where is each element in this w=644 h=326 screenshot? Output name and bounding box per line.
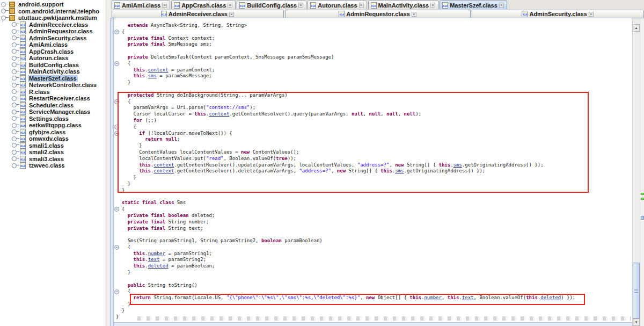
tree-expand-handle-icon[interactable] [12, 42, 17, 47]
close-icon[interactable]: ✕ [162, 3, 167, 8]
ruler-mark[interactable] [641, 198, 644, 200]
class-name: smali3.class [28, 156, 65, 162]
close-icon[interactable]: ✕ [228, 3, 232, 8]
tree-class-item[interactable]: 010 MainActivity.class [0, 68, 106, 75]
code-plain: , [442, 295, 448, 300]
close-icon[interactable]: ✕ [412, 12, 416, 17]
vertical-scrollbar[interactable]: ▲ ▼ [632, 18, 640, 326]
tree-expand-handle-icon[interactable] [12, 123, 17, 128]
tree-class-item[interactable]: 010 tzwvec.class [0, 162, 106, 169]
code-string: "read" [206, 156, 224, 161]
close-icon[interactable]: ✕ [298, 3, 303, 8]
tree-expand-handle-icon[interactable] [12, 49, 17, 54]
tree-expand-handle-icon[interactable] [12, 143, 17, 148]
editor-tab[interactable]: 010 AdminSecurity.class ✕ [472, 10, 644, 18]
tree-expand-handle-icon[interactable] [12, 116, 17, 121]
scroll-down-button[interactable]: ▼ [633, 318, 640, 326]
tree-class-item[interactable]: 010 AdminReceiver.class [0, 21, 106, 28]
tree-class-item[interactable]: 010 gfybjze.class [0, 129, 106, 136]
tree-expand-handle-icon[interactable] [12, 29, 17, 34]
tree-expand-handle-icon[interactable] [12, 35, 17, 40]
tree-class-item[interactable]: 010 AdminSecurity.class [0, 35, 106, 42]
editor-tab[interactable]: 010 AdminReceiver.class ✕ [112, 10, 284, 18]
tab-label: BuildConfig.class [247, 2, 297, 9]
close-icon[interactable]: ✕ [359, 3, 364, 8]
tree-class-item[interactable]: 010 AdminRequestor.class [0, 28, 106, 35]
editor-tab[interactable]: 010 MainActivity.class ✕ [368, 1, 439, 9]
tree-class-item[interactable]: 010 BuildConfig.class [0, 62, 106, 69]
fold-collapse-icon[interactable]: − [114, 245, 119, 250]
code-plain: .getContentResolver().query(paramVarArgs… [229, 111, 352, 117]
code-area[interactable]: extends AsyncTask<String, String, String… [114, 18, 632, 326]
tree-class-item[interactable]: 010 smali3.class [0, 156, 106, 163]
tree-class-item[interactable]: 010 AmiAmi.class [0, 41, 106, 48]
tree-class-item[interactable]: 010 smali2.class [0, 149, 106, 156]
tree-class-item[interactable]: 010 eetkwlltqppg.class [0, 122, 106, 129]
tree-expand-handle-icon[interactable] [12, 76, 17, 81]
tree-expand-handle-icon[interactable] [12, 103, 17, 107]
tree-class-item[interactable]: 010 NetworkController.class [0, 82, 106, 89]
code-keyword: extends [128, 23, 148, 28]
tree-class-item[interactable]: 010 omwxdv.class [0, 135, 106, 142]
package-icon [9, 2, 15, 8]
tree-expand-handle-icon[interactable] [1, 9, 6, 13]
tree-class-item[interactable]: 010 AppCrash.class [0, 48, 106, 55]
horizontal-scrollbar[interactable] [114, 322, 632, 326]
tree-expand-handle-icon[interactable] [12, 110, 17, 114]
fold-collapse-icon[interactable]: − [114, 125, 119, 129]
package-tree[interactable]: android.support com.android.internal.tel… [0, 0, 106, 326]
tree-expand-handle-icon[interactable] [12, 69, 17, 74]
fold-collapse-icon[interactable]: − [114, 30, 119, 34]
scroll-up-button[interactable]: ▲ [633, 24, 640, 32]
class-icon: 010 [20, 115, 26, 122]
close-icon[interactable]: ✕ [589, 12, 594, 17]
tree-expand-handle-icon[interactable] [12, 83, 17, 88]
fold-collapse-icon[interactable]: − [114, 131, 119, 136]
editor-tab[interactable]: 010 Autorun.class ✕ [308, 1, 367, 9]
tree-class-item[interactable]: 010 smali1.class [0, 142, 106, 149]
tree-class-item[interactable]: 010 MasterSzef.class [0, 75, 106, 82]
tree-expand-handle-icon[interactable] [1, 16, 6, 20]
close-icon[interactable]: ✕ [430, 3, 435, 8]
tree-expand-handle-icon[interactable] [12, 22, 17, 27]
tree-package-item[interactable]: android.support [0, 1, 106, 8]
tree-class-item[interactable]: 010 ServiceManager.class [0, 108, 106, 115]
tree-expand-handle-icon[interactable] [12, 156, 17, 161]
editor-tab[interactable]: 010 BuildConfig.class ✕ [237, 1, 306, 9]
tree-expand-handle-icon[interactable] [12, 163, 17, 168]
tree-class-item[interactable]: 010 Settings.class [0, 115, 106, 122]
class-name: MainActivity.class [28, 68, 81, 75]
tree-expand-handle-icon[interactable] [12, 62, 17, 67]
ruler-mark[interactable] [641, 216, 644, 220]
tree-package-item[interactable]: com.android.internal.telepho [0, 8, 106, 15]
tree-expand-handle-icon[interactable] [12, 89, 17, 94]
tree-expand-handle-icon[interactable] [12, 96, 17, 101]
editor-tab[interactable]: 010 AdminRequestor.class ✕ [285, 10, 471, 18]
fold-collapse-icon[interactable]: − [114, 289, 119, 294]
code-line: Cursor localCursor = this.context.getCon… [116, 111, 575, 118]
fold-collapse-icon[interactable]: − [114, 99, 119, 104]
code-plain: String.format(Locale.US, [151, 295, 226, 300]
tree-class-item[interactable]: 010 Autorun.class [0, 55, 106, 62]
editor-tab[interactable]: 010 AppCrash.class ✕ [171, 1, 236, 9]
editor-tab[interactable]: 010 MasterSzef.class ✕ [440, 1, 507, 9]
close-icon[interactable]: ✕ [499, 3, 504, 8]
tree-expand-handle-icon[interactable] [1, 2, 6, 7]
tree-expand-handle-icon[interactable] [12, 150, 17, 155]
package-name: android.support [17, 1, 64, 8]
ruler-mark[interactable] [641, 193, 644, 195]
class-icon: 010 [20, 135, 26, 142]
tree-class-item[interactable]: 010 Scheduler.class [0, 102, 106, 109]
fold-collapse-icon[interactable]: − [114, 207, 119, 212]
panel-divider[interactable] [106, 0, 111, 326]
tree-expand-handle-icon[interactable] [12, 136, 17, 141]
tree-expand-handle-icon[interactable] [12, 129, 17, 134]
tree-package-item[interactable]: ututtauc.pwktjaanrk.msttum [0, 15, 106, 21]
fold-collapse-icon[interactable]: − [114, 61, 119, 66]
close-icon[interactable]: ✕ [229, 12, 234, 17]
editor-tab[interactable]: 010 AmiAmi.class ✕ [112, 1, 170, 9]
tree-class-item[interactable]: 010 RestartReceiver.class [0, 95, 106, 102]
tree-expand-handle-icon[interactable] [12, 56, 17, 61]
scrollbar-thumb[interactable] [633, 263, 640, 318]
tree-class-item[interactable]: 010 R.class [0, 89, 106, 96]
